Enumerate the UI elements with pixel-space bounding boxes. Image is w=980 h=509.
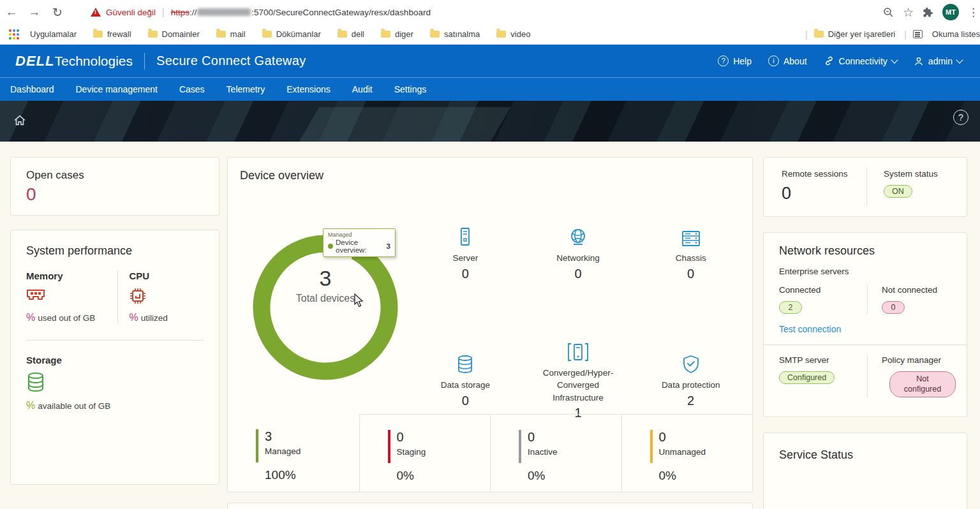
- system-performance-title: System performance: [11, 244, 219, 258]
- nav-device-management[interactable]: Device management: [76, 84, 158, 94]
- search-zoom-icon[interactable]: [883, 7, 894, 18]
- info-icon: i: [768, 55, 779, 66]
- extensions-puzzle-icon[interactable]: [923, 7, 933, 18]
- bookmark-label: mail: [230, 29, 246, 39]
- browser-menu-icon[interactable]: ⋮: [968, 6, 979, 19]
- about-label: About: [783, 56, 807, 66]
- back-icon[interactable]: ←: [0, 5, 23, 19]
- other-bookmarks[interactable]: Diğer yer işaretleri: [814, 29, 895, 39]
- bookmarks-separator: |: [904, 29, 907, 40]
- nav-cases[interactable]: Cases: [179, 84, 205, 94]
- smtp-server-label: SMTP server: [779, 355, 867, 365]
- device-type-server[interactable]: Server 0: [409, 219, 522, 314]
- tooltip-value: 3: [387, 242, 390, 250]
- stat-staging[interactable]: 0 Staging 0%: [359, 414, 491, 492]
- browser-toolbar: ← → ↻ Güvenli değil | https :// :5700/Se…: [0, 0, 980, 24]
- device-type-count: 0: [687, 267, 694, 281]
- stat-percent: 0%: [519, 469, 621, 483]
- reading-list[interactable]: Okuma listes: [913, 29, 980, 39]
- browser-avatar[interactable]: MT: [942, 4, 959, 20]
- policy-status-badge: Not configured: [889, 371, 956, 397]
- remote-sessions-label: Remote sessions: [782, 169, 866, 179]
- folder-icon: [93, 31, 103, 38]
- storage-percent: %: [26, 400, 35, 411]
- stat-inactive[interactable]: 0 Inactive 0%: [490, 414, 621, 492]
- bookmark-star-icon[interactable]: ☆: [903, 5, 914, 20]
- open-cases-card: Open cases 0: [10, 157, 219, 216]
- bookmarks-separator: |: [805, 29, 808, 40]
- user-menu[interactable]: admin: [914, 56, 962, 66]
- forward-icon[interactable]: →: [23, 5, 46, 19]
- address-bar[interactable]: https :// :5700/SecureConnectGateway/res…: [171, 8, 431, 17]
- stat-value: 3: [265, 429, 301, 444]
- storage-icon: [26, 372, 45, 392]
- device-type-label: Chassis: [676, 252, 706, 265]
- nav-dashboard[interactable]: Dashboard: [10, 84, 54, 94]
- folder-icon: [381, 31, 390, 38]
- bookmark-item[interactable]: mail: [216, 29, 246, 39]
- data-protection-icon: [682, 355, 700, 374]
- nav-settings[interactable]: Settings: [394, 84, 427, 94]
- brand-divider: [144, 53, 145, 70]
- not-connected-block: Not connected 0: [867, 285, 967, 314]
- stat-unmanaged[interactable]: 0 Unmanaged 0%: [621, 414, 753, 492]
- help-icon: ?: [718, 55, 729, 66]
- brand-technologies: Technologies: [54, 54, 133, 69]
- bookmark-item[interactable]: Dökümanlar: [262, 29, 321, 39]
- stat-value: 0: [659, 430, 706, 445]
- open-cases-title: Open cases: [26, 169, 204, 182]
- about-button[interactable]: i About: [768, 55, 807, 66]
- hero-banner: ?: [0, 101, 980, 142]
- bookmark-item[interactable]: diger: [381, 29, 413, 39]
- policy-manager-block: Policy manager Not configured: [867, 355, 967, 397]
- device-type-count: 0: [462, 394, 469, 408]
- enterprise-servers-label: Enterprise servers: [764, 258, 967, 276]
- system-status-badge: ON: [884, 185, 912, 198]
- stat-color-bar: [256, 429, 258, 462]
- bookmark-item[interactable]: dell: [338, 29, 364, 39]
- url-scheme: https: [171, 8, 189, 17]
- connectivity-menu[interactable]: Connectivity: [824, 55, 897, 66]
- home-icon[interactable]: [13, 114, 27, 128]
- nav-audit[interactable]: Audit: [352, 84, 373, 94]
- stat-percent: 0%: [388, 469, 491, 483]
- reading-list-label: Okuma listes: [932, 29, 980, 39]
- smtp-block: SMTP server Configured: [764, 355, 867, 397]
- connected-block: Connected 2: [764, 285, 867, 314]
- dell-logo[interactable]: DELL Technologies: [15, 53, 133, 70]
- chevron-down-icon: [956, 56, 963, 63]
- device-type-count: 2: [687, 394, 694, 408]
- test-connection-link[interactable]: Test connection: [764, 314, 967, 334]
- device-type-chassis[interactable]: Chassis 0: [634, 219, 747, 314]
- reload-icon[interactable]: ↻: [46, 5, 69, 20]
- device-type-networking[interactable]: Networking 0: [522, 219, 635, 314]
- stat-color-bar: [519, 430, 521, 463]
- device-type-label: Server: [452, 252, 478, 265]
- nav-extensions[interactable]: Extensions: [286, 84, 330, 94]
- security-warning-text[interactable]: Güvenli değil: [106, 8, 156, 17]
- open-cases-count: 0: [26, 184, 204, 205]
- network-resources-card: Network resources Enterprise servers Con…: [763, 232, 967, 417]
- page-help-icon[interactable]: ?: [953, 110, 969, 125]
- device-overview-card: Device overview 3 Total devices Managed …: [227, 157, 753, 492]
- user-label: admin: [928, 56, 953, 66]
- bookmark-item[interactable]: Domainler: [148, 29, 200, 39]
- stat-value: 0: [397, 430, 426, 445]
- folder-icon: [430, 31, 440, 38]
- stat-percent: 100%: [256, 468, 359, 482]
- bookmark-item[interactable]: frewall: [93, 29, 131, 39]
- stat-managed[interactable]: 3 Managed 100%: [228, 414, 359, 492]
- nav-telemetry[interactable]: Telemetry: [226, 84, 265, 94]
- system-performance-card: System performance Memory %used out of G…: [10, 230, 219, 485]
- url-scheme-suffix: ://: [189, 8, 197, 17]
- link-icon: [824, 55, 835, 66]
- bookmarks-bar: Uygulamalar frewall Domainler mail Döküm…: [0, 24, 980, 45]
- folder-icon: [216, 31, 226, 38]
- help-button[interactable]: ? Help: [718, 55, 752, 66]
- bookmark-item[interactable]: satınalma: [430, 29, 480, 39]
- stat-label: Unmanaged: [659, 447, 706, 457]
- apps-shortcut[interactable]: Uygulamalar: [0, 29, 77, 40]
- storage-desc: available out of GB: [38, 401, 110, 411]
- bookmark-label: satınalma: [444, 29, 480, 39]
- bookmark-item[interactable]: video: [496, 29, 530, 39]
